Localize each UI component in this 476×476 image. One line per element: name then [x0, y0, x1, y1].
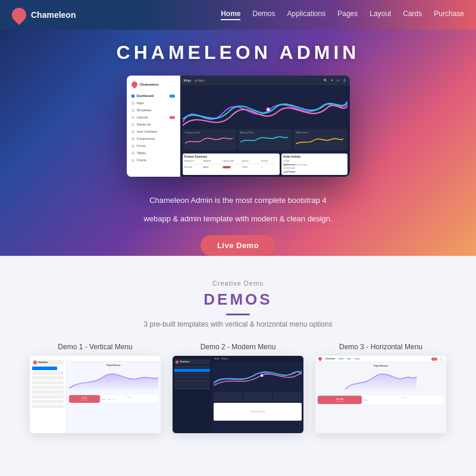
- hero-desc-line2: webapp & admin template with modern & cl…: [143, 213, 332, 226]
- preview-table-area: Product Summary PRODUCTBRANDCATEGORYSALE…: [180, 152, 350, 177]
- table-row: iPhone 8AppleMobile7,00%—: [184, 165, 278, 169]
- preview-brand-icon: [130, 80, 138, 89]
- topbar-menu[interactable]: Mega: [184, 79, 192, 82]
- svg-point-1: [261, 374, 264, 377]
- psi-templates[interactable]: Templates: [127, 107, 180, 114]
- nav-cards[interactable]: Cards: [403, 10, 422, 20]
- preview-order-card: Order Activity TODAY 📦 Delivered 26 mess…: [281, 154, 347, 175]
- demos-section: Creative Demo DEMOS 3 pre-built template…: [0, 256, 476, 476]
- section-underline: [226, 314, 250, 315]
- preview-chart: [180, 85, 350, 127]
- demo3-title: Demo 3 - Horizontal Menu: [315, 343, 446, 351]
- demo2-title: Demo 2 - Modern Menu: [173, 343, 303, 351]
- brand-icon: [9, 5, 29, 25]
- navbar: Chameleon Home Demos Applications Pages …: [0, 0, 476, 30]
- demo-card-1[interactable]: Demo 1 - Vertical Menu Chameleon: [30, 343, 161, 433]
- nav-links: Home Demos Applications Pages Layout Car…: [221, 10, 464, 20]
- demo3-preview[interactable]: Chameleon Home Apps Pages +Add: [315, 356, 446, 433]
- nav-purchase[interactable]: Purchase: [434, 10, 464, 20]
- nav-applications[interactable]: Applications: [287, 10, 326, 20]
- preview-brand-name: Chameleon: [140, 83, 159, 86]
- topbar-apps[interactable]: ⊞ Apps: [195, 79, 205, 82]
- psi-apps[interactable]: Apps: [127, 99, 180, 107]
- preview-sidebar: Chameleon Dashboard 1 Apps Templates Lay…: [127, 76, 180, 177]
- psi-dashboard[interactable]: Dashboard 1: [127, 92, 180, 99]
- preview-stats: Progress Stats Activity Stats Sales Stat…: [180, 127, 350, 152]
- psi-layouts[interactable]: Layouts 1: [127, 114, 180, 121]
- brand-name: Chameleon: [31, 10, 76, 20]
- table-header: PRODUCTBRANDCATEGORYSALESSTOCK: [184, 160, 278, 164]
- psi-ui[interactable]: User Interface: [127, 128, 180, 135]
- brand: Chameleon: [12, 8, 76, 22]
- psi-starter[interactable]: Starter kit: [127, 121, 180, 128]
- demo-cards: Demo 1 - Vertical Menu Chameleon: [0, 343, 476, 433]
- demo1-preview[interactable]: Chameleon: [30, 356, 161, 433]
- demo2-preview[interactable]: Chameleon Mega ⊞ Apps: [173, 356, 303, 433]
- nav-pages[interactable]: Pages: [337, 10, 358, 20]
- demo-card-2[interactable]: Demo 2 - Modern Menu Chameleon: [173, 343, 303, 433]
- psi-components[interactable]: Components: [127, 135, 180, 142]
- hero-title: CHAMELEON ADMIN: [117, 42, 360, 64]
- nav-layout[interactable]: Layout: [369, 10, 391, 20]
- psi-tables[interactable]: Tables: [127, 149, 180, 156]
- stat-progress: Progress Stats: [183, 129, 236, 150]
- nav-home[interactable]: Home: [221, 10, 240, 20]
- live-demo-button[interactable]: Live Demo: [201, 235, 275, 256]
- stat-sales: Sales Stats: [293, 129, 347, 150]
- stat-activity: Activity Stats: [238, 129, 292, 150]
- section-creative-label: Creative Demo: [0, 256, 476, 287]
- admin-preview: Chameleon Dashboard 1 Apps Templates Lay…: [127, 76, 350, 177]
- psi-forms[interactable]: Forms: [127, 142, 180, 149]
- hero-section: CHAMELEON ADMIN Chameleon Dashboard 1 Ap…: [0, 0, 476, 256]
- preview-brand: Chameleon: [127, 79, 180, 90]
- preview-main: Mega ⊞ Apps 🔍 ⚑ ✉ 👤: [180, 76, 350, 177]
- preview-topbar: Mega ⊞ Apps 🔍 ⚑ ✉ 👤: [180, 76, 350, 85]
- demo1-title: Demo 1 - Vertical Menu: [30, 343, 161, 351]
- section-demos-title: DEMOS: [0, 290, 476, 309]
- nav-demos[interactable]: Demos: [252, 10, 275, 20]
- demo1-sidebar: Chameleon: [30, 356, 67, 433]
- hero-desc-line1: Chameleon Admin is the most complete boo…: [149, 195, 327, 207]
- demo-card-3[interactable]: Demo 3 - Horizontal Menu Chameleon Home …: [315, 343, 446, 433]
- section-subtitle: 3 pre-built templates with vertical & ho…: [0, 320, 476, 328]
- preview-product-table: Product Summary PRODUCTBRANDCATEGORYSALE…: [183, 154, 280, 175]
- svg-point-0: [266, 108, 270, 111]
- psi-charts[interactable]: Charts: [127, 156, 180, 164]
